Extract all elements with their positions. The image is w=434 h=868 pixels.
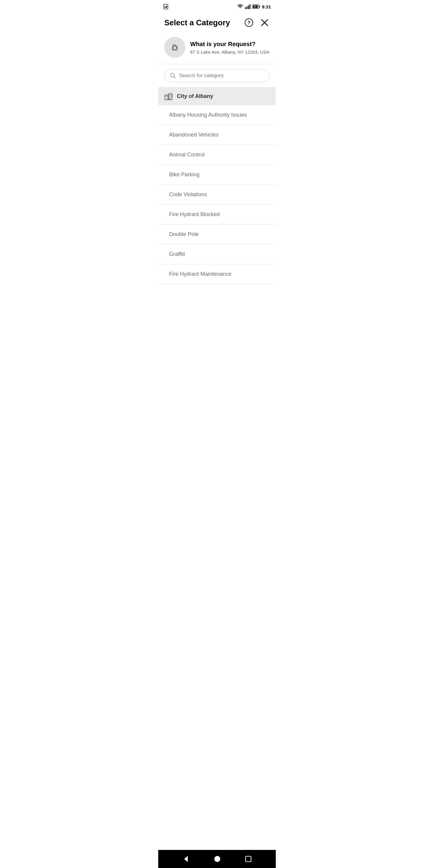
status-time: 9:31 — [262, 4, 271, 9]
search-input[interactable] — [179, 73, 264, 79]
status-left — [163, 4, 168, 9]
city-label: City of Albany — [177, 93, 213, 99]
svg-rect-25 — [171, 96, 172, 97]
wifi-icon — [237, 4, 243, 9]
svg-rect-5 — [248, 5, 249, 9]
city-building-icon — [164, 92, 173, 100]
svg-rect-6 — [250, 4, 250, 9]
list-item[interactable]: Double Pole — [158, 224, 276, 244]
svg-text:+: + — [173, 43, 174, 46]
svg-point-14 — [173, 46, 177, 50]
close-button[interactable] — [259, 18, 270, 28]
list-item[interactable]: Code Violations — [158, 185, 276, 205]
header: Select a Category ? — [158, 12, 276, 32]
page-title: Select a Category — [164, 18, 230, 27]
status-right: 9:31 — [237, 4, 271, 9]
search-wrapper[interactable] — [164, 69, 270, 82]
svg-marker-27 — [184, 856, 188, 862]
search-container — [158, 64, 276, 87]
svg-rect-3 — [245, 7, 246, 9]
svg-rect-8 — [259, 6, 260, 7]
svg-rect-26 — [169, 98, 170, 100]
list-item[interactable]: Animal Control — [158, 145, 276, 165]
svg-rect-21 — [166, 96, 167, 97]
camera-icon: + — [169, 42, 180, 53]
home-circle-icon — [214, 855, 221, 863]
list-item[interactable]: Bike Parking — [158, 165, 276, 185]
home-nav-button[interactable] — [214, 855, 221, 863]
svg-rect-19 — [165, 95, 168, 100]
svg-point-28 — [214, 856, 220, 862]
back-nav-button[interactable] — [182, 855, 190, 863]
help-circle-icon: ? — [244, 18, 253, 27]
svg-rect-23 — [171, 95, 172, 96]
list-item[interactable]: Graffiti — [158, 244, 276, 264]
camera-avatar[interactable]: + — [164, 37, 185, 58]
svg-rect-0 — [164, 4, 168, 9]
recents-nav-button[interactable] — [245, 856, 252, 862]
svg-rect-2 — [166, 6, 167, 8]
help-button[interactable]: ? — [243, 17, 255, 28]
close-icon — [261, 19, 269, 27]
request-address-label: 67 S Lake Ave, Albany, NY 12203, USA — [190, 50, 270, 55]
status-bar: 9:31 — [158, 0, 276, 12]
category-list: Albany Housing Authority IssuesAbandoned… — [158, 105, 276, 850]
city-header: City of Albany — [158, 87, 276, 105]
svg-rect-1 — [164, 6, 165, 8]
svg-rect-22 — [169, 95, 170, 96]
svg-line-18 — [174, 76, 176, 78]
list-item[interactable]: Fire Hydrant Blocked — [158, 205, 276, 224]
svg-text:?: ? — [247, 20, 250, 25]
header-actions: ? — [243, 17, 270, 28]
list-item[interactable]: Abandoned Vehicles — [158, 125, 276, 145]
svg-rect-4 — [247, 6, 247, 9]
request-question-label: What is your Request? — [190, 40, 270, 48]
list-item[interactable]: Albany Housing Authority Issues — [158, 105, 276, 125]
svg-rect-29 — [246, 856, 251, 862]
svg-rect-24 — [169, 96, 170, 97]
request-info: + What is your Request? 67 S Lake Ave, A… — [158, 32, 276, 64]
battery-icon — [252, 4, 260, 9]
recents-square-icon — [245, 856, 252, 862]
bottom-navigation — [158, 850, 276, 868]
list-item[interactable]: Fire Hydrant Maintenance — [158, 264, 276, 284]
search-icon — [170, 72, 176, 79]
signal-icon — [245, 4, 250, 9]
back-arrow-icon — [182, 855, 190, 863]
request-text: What is your Request? 67 S Lake Ave, Alb… — [190, 40, 270, 55]
sim-icon — [163, 4, 168, 9]
